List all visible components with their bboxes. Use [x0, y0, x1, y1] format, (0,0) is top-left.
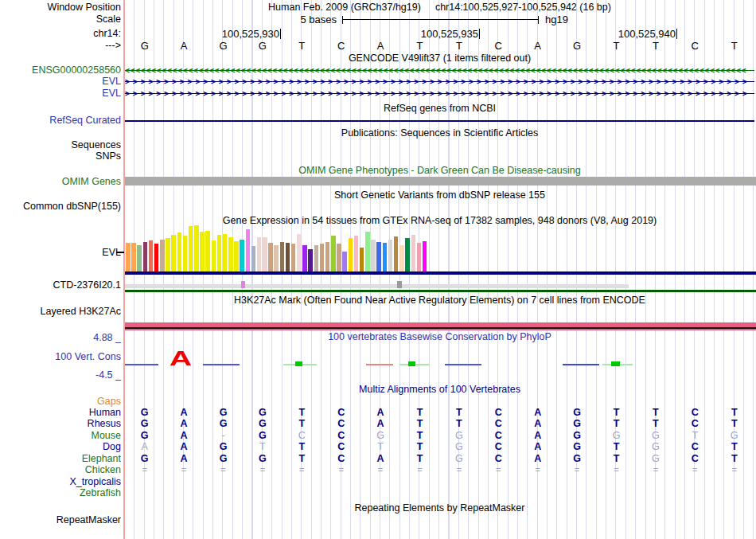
gtex-tissue-bar — [240, 240, 244, 271]
species-label-mouse[interactable]: Mouse — [91, 431, 121, 441]
ruler-coordinate: 100,525,940 — [618, 29, 676, 39]
alignment-base: C — [321, 431, 360, 441]
phylop-dash — [366, 364, 393, 365]
ctd-gene-model-line[interactable] — [125, 290, 756, 292]
gtex-tissue-bar — [205, 231, 210, 271]
alignment-base: T — [597, 408, 636, 418]
alignment-base: T — [715, 408, 754, 418]
track-label-ensg[interactable]: ENSG00000258560 — [32, 65, 121, 76]
reference-base: G — [204, 41, 243, 51]
alignment-base: G — [243, 454, 282, 464]
alignment-base: T — [636, 419, 675, 429]
alignment-base: C — [479, 419, 518, 429]
refseq-track-title: RefSeq genes from NCBI — [125, 104, 754, 114]
gtex-tissue-bar — [371, 240, 376, 271]
alignment-base: = — [518, 465, 557, 475]
species-label-zebrafish[interactable]: Zebrafish — [80, 488, 121, 498]
species-label-gaps[interactable]: Gaps — [97, 396, 121, 407]
gtex-tissue-bar — [360, 248, 364, 271]
genome-browser: Window Position Human Feb. 2009 (GRCh37/… — [0, 0, 756, 539]
phylop-dash — [125, 364, 158, 365]
ensg-gene-line — [125, 70, 754, 71]
alignment-base: A — [518, 408, 557, 418]
alignment-base: C — [321, 419, 360, 429]
gtex-tissue-bar — [291, 244, 296, 271]
track-label-evl-2[interactable]: EVL — [102, 88, 121, 99]
scale-bases-text: 5 bases — [300, 14, 337, 25]
track-label-repeatmasker[interactable]: RepeatMasker — [57, 515, 121, 525]
alignment-base: = — [321, 465, 360, 475]
alignment-base: = — [676, 465, 715, 475]
omim-gene-bar[interactable] — [125, 177, 756, 186]
alignment-base: C — [676, 408, 715, 418]
gtex-tissue-bar — [160, 240, 165, 271]
species-label-elephant[interactable]: Elephant — [82, 454, 121, 464]
track-label-evl-1[interactable]: EVL — [102, 76, 121, 87]
species-label-rhesus[interactable]: Rhesus — [88, 419, 121, 429]
gtex-tissue-bar — [200, 232, 205, 271]
refseq-gene-line[interactable] — [125, 120, 754, 122]
track-label-omim-genes[interactable]: OMIM Genes — [62, 177, 121, 187]
alignment-base: A — [360, 408, 399, 418]
alignment-base: G — [243, 431, 282, 441]
alignment-base: A — [518, 454, 557, 464]
track-label-common-dbsnp[interactable]: Common dbSNP(155) — [23, 201, 121, 212]
species-label-dog[interactable]: Dog — [103, 442, 121, 452]
alignment-base: T — [360, 442, 399, 452]
alignment-base: A — [164, 454, 203, 464]
gtex-tissue-bar — [325, 242, 330, 271]
reference-base: G — [243, 41, 282, 51]
alignment-base: T — [400, 431, 439, 441]
gtex-tissue-bar — [394, 236, 399, 271]
alignment-base: G — [243, 408, 282, 418]
alignment-base: G — [360, 431, 399, 441]
gtex-tissue-bar — [302, 245, 307, 271]
gtex-tissue-bar — [297, 234, 302, 271]
alignment-base: T — [283, 408, 321, 418]
alignment-base: C — [479, 431, 518, 441]
track-label-sequences[interactable]: Sequences — [71, 140, 121, 150]
gtex-tissue-bar — [171, 235, 176, 271]
ctd-low-expression-nub — [241, 281, 245, 288]
alignment-base: = — [439, 465, 478, 475]
alignment-base: G — [204, 454, 243, 464]
alignment-base: = — [243, 465, 282, 475]
species-label-chicken[interactable]: Chicken — [85, 465, 121, 475]
h3k27ac-track-title: H3K27Ac Mark (Often Found Near Active Re… — [125, 295, 754, 306]
alignment-base: = — [360, 465, 399, 475]
alignment-base: T — [715, 442, 754, 452]
species-label-human[interactable]: Human — [89, 408, 121, 418]
gtex-tissue-bar — [217, 235, 222, 271]
track-label-refseq-curated[interactable]: RefSeq Curated — [49, 115, 121, 126]
conservation-max-label: 4.88 _ — [93, 333, 121, 343]
alignment-base: A — [360, 419, 399, 429]
evl-gene-line-1 — [125, 81, 754, 82]
gtex-tissue-bar — [234, 241, 239, 271]
alignment-base: G — [125, 408, 164, 418]
alignment-base: = — [400, 465, 439, 475]
phylop-positive-box — [611, 361, 620, 366]
phylop-dash — [563, 364, 599, 365]
alignment-base: T — [597, 454, 636, 464]
gtex-tissue-bar — [246, 229, 251, 271]
track-label-layered-h3k27ac[interactable]: Layered H3K27Ac — [41, 307, 121, 317]
phylop-tall-letter: A — [159, 349, 202, 368]
alignment-base: G — [715, 431, 754, 441]
alignment-base: T — [400, 408, 439, 418]
alignment-base: T — [439, 408, 478, 418]
ruler-coordinate: 100,525,930 — [222, 29, 279, 39]
gtex-evl-gene-model-line[interactable] — [125, 271, 756, 275]
gtex-tissue-bar — [365, 232, 370, 271]
alignment-base: C — [479, 442, 518, 452]
phylop-dash — [445, 364, 481, 365]
assembly-short-label: hg19 — [545, 14, 568, 25]
track-label-snps[interactable]: SNPs — [95, 151, 121, 162]
track-label-ctd-gene[interactable]: CTD-2376I20.1 — [53, 280, 121, 291]
gtex-evl-label-connector — [116, 252, 124, 253]
alignment-base: T — [676, 431, 715, 441]
alignment-base: T — [283, 419, 321, 429]
track-label-100-vert-cons[interactable]: 100 Vert. Cons — [55, 352, 121, 362]
gtex-tissue-bar — [212, 240, 216, 271]
species-label-x_tropicalis[interactable]: X_tropicalis — [69, 477, 121, 487]
strand-arrow-label[interactable]: ---> — [105, 41, 121, 51]
